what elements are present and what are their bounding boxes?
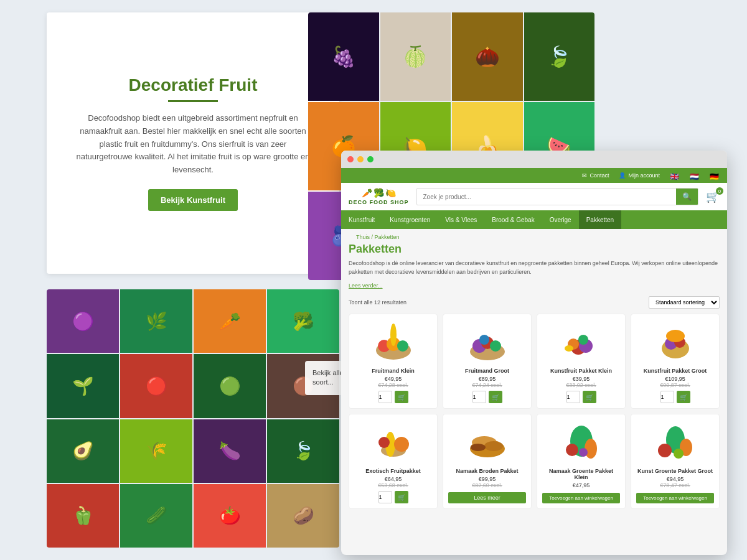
nav-kunstfruit[interactable]: Kunstfruit — [341, 210, 382, 229]
product-card-0: Fruitmand Klein €49,95 €74,28 excl. 🛒 — [349, 314, 438, 409]
hero-panel: Decoratief Fruit Decofoodshop biedt een … — [47, 12, 339, 274]
veg-cell-green: 🟢 — [194, 354, 266, 418]
product-price-7: €94,95 €78,47 excl. — [636, 476, 714, 488]
shop-topbar: ✉ Contact 👤 Mijn account 🇬🇧 🇳🇱 🇩🇪 — [341, 168, 727, 183]
product-price-1: €89,95 €74,24 excl. — [448, 376, 526, 388]
veg-cell-tomato: 🍅 — [194, 484, 266, 548]
product-actions-3: 🛒 — [636, 391, 714, 403]
add-to-cart-4[interactable]: 🛒 — [395, 491, 408, 503]
product-name-1: Fruitmand Groot — [448, 368, 526, 374]
svg-point-28 — [585, 439, 597, 459]
product-grid: Fruitmand Klein €49,95 €74,28 excl. 🛒 — [349, 314, 720, 509]
svg-point-9 — [479, 335, 489, 345]
product-image-0 — [369, 320, 418, 364]
quantity-input-0[interactable] — [378, 391, 392, 403]
page-description: Decofoodshop is dé online leverancier va… — [349, 259, 720, 276]
product-image-3 — [651, 320, 700, 364]
veg-cell-peppers: 🫑 — [47, 484, 119, 548]
quantity-input-3[interactable] — [660, 391, 674, 403]
browser-window: ✉ Contact 👤 Mijn account 🇬🇧 🇳🇱 🇩🇪 🥕 🥦 🍋 … — [341, 151, 727, 555]
close-dot[interactable] — [347, 156, 354, 162]
svg-point-4 — [390, 324, 397, 346]
veg-cell-herbs: 🌱 — [47, 354, 119, 418]
product-price-4: €64,95 €53,68 excl. — [354, 476, 432, 488]
filter-row: Toont alle 12 resultaten Standaard sorte… — [349, 296, 720, 309]
veg-cell-dill: 🌿 — [120, 289, 192, 353]
nav-pakketten[interactable]: Pakketten — [579, 210, 621, 229]
account-link[interactable]: 👤 Mijn account — [619, 172, 660, 179]
flag-de[interactable]: 🇩🇪 — [710, 172, 720, 179]
add-to-cart-2[interactable]: 🛒 — [583, 391, 596, 403]
product-card-2: Kunstfruit Pakket Klein €39,95 €33,02 ex… — [537, 314, 626, 409]
svg-point-14 — [565, 345, 573, 352]
lees-meer-button-5[interactable]: Lees meer — [448, 492, 526, 503]
product-name-5: Namaak Broden Pakket — [448, 468, 526, 474]
browser-titlebar — [341, 151, 727, 168]
toevoegen-button-7[interactable]: Toevoegen aan winkelwagen — [636, 493, 714, 503]
product-price-6: €47,95 — [542, 482, 620, 488]
veg-cell-eggplant: 🍆 — [194, 419, 266, 483]
veg-cell-purple-cabbage: 🟣 — [47, 289, 119, 353]
product-card-4: Exotisch Fruitpakket €64,95 €53,68 excl.… — [349, 414, 438, 509]
product-price-0: €49,95 €74,28 excl. — [354, 376, 432, 388]
quantity-input-4[interactable] — [378, 491, 392, 503]
envelope-icon: ✉ — [582, 172, 587, 179]
svg-point-18 — [666, 330, 685, 342]
svg-point-8 — [490, 340, 501, 352]
add-to-cart-0[interactable]: 🛒 — [395, 391, 408, 403]
product-card-5: Namaak Broden Pakket €99,95 €82,60 excl.… — [443, 414, 532, 509]
search-input[interactable] — [417, 190, 676, 204]
breadcrumb[interactable]: Thuis / Pakketten — [349, 229, 720, 243]
nav-overige[interactable]: Overige — [542, 210, 579, 229]
product-actions-2: 🛒 — [542, 391, 620, 403]
nav-kunstgroenten[interactable]: Kunstgroenten — [382, 210, 438, 229]
contact-label: Contact — [590, 172, 609, 179]
search-button[interactable]: 🔍 — [676, 189, 698, 205]
veg-cell-radish: 🔴 — [120, 354, 192, 418]
flag-nl[interactable]: 🇳🇱 — [690, 172, 700, 179]
cart-badge: 0 — [716, 187, 723, 195]
product-name-6: Namaak Groente Pakket Klein — [542, 468, 620, 480]
carrot-icon: 🥕 — [362, 188, 372, 198]
svg-point-34 — [674, 449, 684, 459]
quantity-input-2[interactable] — [566, 391, 580, 403]
product-card-7: Kunst Groente Pakket Groot €94,95 €78,47… — [631, 414, 720, 509]
product-name-7: Kunst Groente Pakket Groot — [636, 468, 714, 474]
quantity-input-1[interactable] — [472, 391, 486, 403]
fruit-cell-brown: 🌰 — [452, 12, 523, 101]
kunstfruit-button[interactable]: Bekijk Kunstfruit — [148, 189, 238, 211]
product-image-6 — [557, 421, 606, 464]
maximize-dot[interactable] — [367, 156, 374, 162]
add-to-cart-1[interactable]: 🛒 — [489, 391, 502, 403]
product-name-4: Exotisch Fruitpakket — [354, 468, 432, 474]
svg-point-21 — [394, 437, 409, 452]
product-image-2 — [557, 320, 606, 364]
user-icon: 👤 — [619, 172, 626, 179]
veg-cell-carrots: 🥕 — [194, 289, 266, 353]
search-bar[interactable]: 🔍 — [416, 188, 698, 205]
fruit-cell-grapes: 🍇 — [308, 12, 379, 101]
page-title: Pakketten — [349, 243, 720, 256]
sort-select[interactable]: Standaard sortering — [649, 296, 720, 309]
product-name-3: Kunstfruit Pakket Groot — [636, 368, 714, 374]
svg-point-29 — [566, 444, 578, 456]
minimize-dot[interactable] — [357, 156, 364, 162]
shop-nav: Kunstfruit Kunstgroenten Vis & Vlees Bro… — [341, 210, 727, 229]
flag-uk[interactable]: 🇬🇧 — [670, 172, 680, 179]
svg-point-33 — [658, 444, 672, 457]
veg-cell-cabbage: 🥦 — [267, 289, 339, 353]
add-to-cart-3[interactable]: 🛒 — [677, 391, 690, 403]
product-image-4 — [369, 421, 418, 464]
product-image-7 — [651, 421, 700, 464]
veg-cell-artichoke: 🌾 — [120, 419, 192, 483]
toevoegen-button-6[interactable]: Toevoegen aan winkelwagen — [542, 493, 620, 503]
logo-text: DECO FOOD SHOP — [349, 199, 409, 205]
nav-brood-gebak[interactable]: Brood & Gebak — [484, 210, 542, 229]
product-card-1: Fruitmand Groot €89,95 €74,24 excl. 🛒 — [443, 314, 532, 409]
cart-icon[interactable]: 🛒 0 — [706, 190, 720, 203]
contact-link[interactable]: ✉ Contact — [582, 172, 609, 179]
lees-verder-link[interactable]: Lees verder... — [349, 282, 383, 289]
nav-vis-vlees[interactable]: Vis & Vlees — [438, 210, 484, 229]
shop-logo[interactable]: 🥕 🥦 🍋 DECO FOOD SHOP — [349, 188, 409, 205]
hero-title: Decoratief Fruit — [72, 75, 314, 95]
